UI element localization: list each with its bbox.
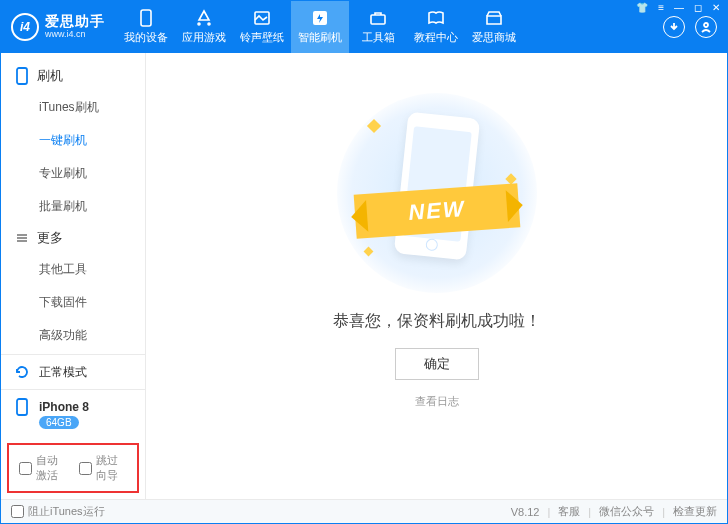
sidebar-item-itunes-flash[interactable]: iTunes刷机 bbox=[1, 91, 145, 124]
toolbox-icon bbox=[369, 9, 387, 27]
success-illustration: NEW bbox=[337, 93, 537, 293]
svg-point-2 bbox=[198, 23, 200, 25]
sidebar-item-pro-flash[interactable]: 专业刷机 bbox=[1, 157, 145, 190]
block-itunes-checkbox[interactable]: 阻止iTunes运行 bbox=[11, 504, 105, 519]
brand[interactable]: i4 爱思助手 www.i4.cn bbox=[1, 1, 117, 53]
svg-point-3 bbox=[208, 23, 210, 25]
phone-icon bbox=[137, 9, 155, 27]
status-bar: 阻止iTunes运行 V8.12 | 客服 | 微信公众号 | 检查更新 bbox=[1, 499, 727, 523]
nav-my-device[interactable]: 我的设备 bbox=[117, 1, 175, 53]
brand-logo-icon: i4 bbox=[11, 13, 39, 41]
footer-link-support[interactable]: 客服 bbox=[558, 504, 580, 519]
sidebar-item-oneclick-flash[interactable]: 一键刷机 bbox=[1, 124, 145, 157]
shirt-icon[interactable]: 👕 bbox=[634, 2, 650, 13]
nav-store[interactable]: 爱思商城 bbox=[465, 1, 523, 53]
sidebar: 刷机 iTunes刷机 一键刷机 专业刷机 批量刷机 更多 其他工具 下载固件 … bbox=[1, 53, 146, 499]
user-button[interactable] bbox=[695, 16, 717, 38]
menu-icon[interactable]: ≡ bbox=[656, 2, 666, 13]
brand-title: 爱思助手 bbox=[45, 14, 105, 29]
nav-apps[interactable]: 应用游戏 bbox=[175, 1, 233, 53]
footer-link-update[interactable]: 检查更新 bbox=[673, 504, 717, 519]
sidebar-item-advanced[interactable]: 高级功能 bbox=[1, 319, 145, 352]
version-label: V8.12 bbox=[511, 506, 540, 518]
sidebar-item-other-tools[interactable]: 其他工具 bbox=[1, 253, 145, 286]
wallpaper-icon bbox=[253, 9, 271, 27]
view-log-link[interactable]: 查看日志 bbox=[415, 394, 459, 409]
footer-link-wechat[interactable]: 微信公众号 bbox=[599, 504, 654, 519]
svg-point-7 bbox=[704, 23, 708, 27]
skip-guide-checkbox[interactable]: 跳过向导 bbox=[79, 453, 127, 483]
ribbon-text: NEW bbox=[407, 196, 466, 226]
nav-ringtones[interactable]: 铃声壁纸 bbox=[233, 1, 291, 53]
ok-button[interactable]: 确定 bbox=[395, 348, 479, 380]
flash-icon bbox=[311, 9, 329, 27]
auto-activate-checkbox[interactable]: 自动激活 bbox=[19, 453, 67, 483]
more-icon bbox=[15, 231, 29, 245]
svg-rect-8 bbox=[17, 68, 27, 84]
main-content: NEW 恭喜您，保资料刷机成功啦！ 确定 查看日志 bbox=[146, 53, 727, 499]
device-name: iPhone 8 bbox=[39, 400, 89, 414]
svg-rect-0 bbox=[141, 10, 151, 26]
sidebar-section-more[interactable]: 更多 bbox=[1, 223, 145, 253]
nav-flash[interactable]: 智能刷机 bbox=[291, 1, 349, 53]
nav-toolbox[interactable]: 工具箱 bbox=[349, 1, 407, 53]
sidebar-item-download-firmware[interactable]: 下载固件 bbox=[1, 286, 145, 319]
phone-small-icon bbox=[13, 398, 31, 416]
maximize-icon[interactable]: ◻ bbox=[692, 2, 704, 13]
refresh-icon bbox=[13, 363, 31, 381]
svg-rect-6 bbox=[371, 15, 385, 24]
nav-tutorials[interactable]: 教程中心 bbox=[407, 1, 465, 53]
device-mode[interactable]: 正常模式 bbox=[1, 355, 145, 390]
sidebar-item-batch-flash[interactable]: 批量刷机 bbox=[1, 190, 145, 223]
device-info[interactable]: iPhone 8 64GB bbox=[1, 390, 145, 439]
svg-rect-12 bbox=[17, 399, 27, 415]
window-controls: 👕 ≡ — ◻ ✕ bbox=[634, 2, 722, 13]
apps-icon bbox=[195, 9, 213, 27]
flash-options: 自动激活 跳过向导 bbox=[7, 443, 139, 493]
minimize-icon[interactable]: — bbox=[672, 2, 686, 13]
close-icon[interactable]: ✕ bbox=[710, 2, 722, 13]
brand-subtitle: www.i4.cn bbox=[45, 30, 105, 40]
storage-badge: 64GB bbox=[39, 416, 79, 429]
download-button[interactable] bbox=[663, 16, 685, 38]
book-icon bbox=[427, 9, 445, 27]
top-nav: 我的设备 应用游戏 铃声壁纸 智能刷机 工具箱 教程中心 bbox=[117, 1, 523, 53]
success-message: 恭喜您，保资料刷机成功啦！ bbox=[333, 311, 541, 332]
app-header: i4 爱思助手 www.i4.cn 我的设备 应用游戏 铃声壁纸 智能刷机 bbox=[1, 1, 727, 53]
sidebar-section-flash[interactable]: 刷机 bbox=[1, 61, 145, 91]
store-icon bbox=[485, 9, 503, 27]
device-icon bbox=[15, 67, 29, 85]
